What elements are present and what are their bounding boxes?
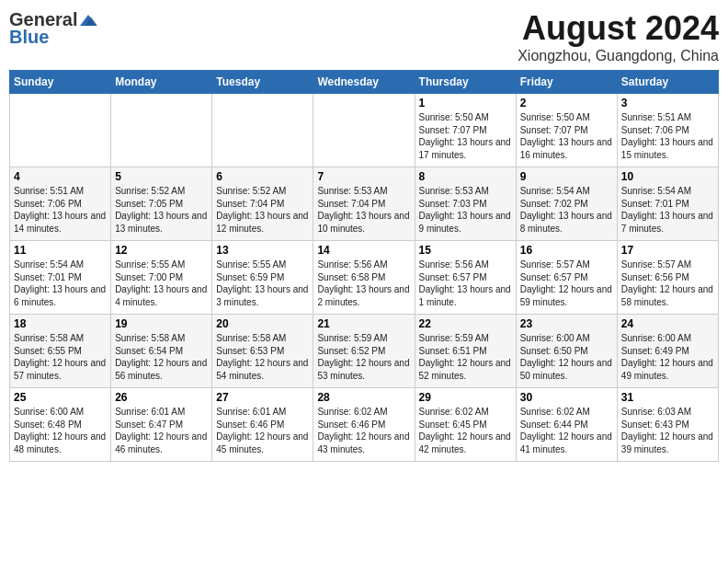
day-number: 6 bbox=[216, 170, 309, 183]
day-number: 13 bbox=[216, 244, 309, 257]
weekday-header-monday: Monday bbox=[111, 71, 212, 94]
week-row-1: 1Sunrise: 5:50 AM Sunset: 7:07 PM Daylig… bbox=[10, 94, 719, 167]
day-number: 11 bbox=[14, 244, 107, 257]
day-info: Sunrise: 6:00 AM Sunset: 6:49 PM Dayligh… bbox=[621, 332, 714, 382]
day-cell: 26Sunrise: 6:01 AM Sunset: 6:47 PM Dayli… bbox=[111, 388, 212, 462]
day-cell: 16Sunrise: 5:57 AM Sunset: 6:57 PM Dayli… bbox=[516, 241, 617, 315]
day-number: 31 bbox=[621, 391, 714, 404]
day-info: Sunrise: 5:57 AM Sunset: 6:56 PM Dayligh… bbox=[621, 259, 714, 308]
day-number: 22 bbox=[419, 317, 512, 330]
day-number: 1 bbox=[419, 97, 512, 109]
day-number: 20 bbox=[216, 317, 309, 330]
day-number: 29 bbox=[419, 391, 512, 404]
day-cell: 11Sunrise: 5:54 AM Sunset: 7:01 PM Dayli… bbox=[10, 241, 111, 315]
day-cell: 31Sunrise: 6:03 AM Sunset: 6:43 PM Dayli… bbox=[617, 388, 718, 462]
day-number: 21 bbox=[317, 317, 410, 330]
day-cell: 12Sunrise: 5:55 AM Sunset: 7:00 PM Dayli… bbox=[111, 241, 212, 315]
day-number: 8 bbox=[419, 170, 512, 183]
day-info: Sunrise: 5:59 AM Sunset: 6:51 PM Dayligh… bbox=[419, 332, 512, 382]
day-number: 7 bbox=[317, 170, 410, 183]
day-cell: 9Sunrise: 5:54 AM Sunset: 7:02 PM Daylig… bbox=[516, 167, 617, 241]
page-header: General Blue August 2024 Xiongzhou, Guan… bbox=[9, 9, 719, 64]
weekday-header-saturday: Saturday bbox=[617, 71, 718, 94]
day-info: Sunrise: 6:00 AM Sunset: 6:48 PM Dayligh… bbox=[14, 406, 107, 455]
day-cell bbox=[212, 94, 313, 167]
day-number: 16 bbox=[520, 244, 613, 257]
day-info: Sunrise: 5:53 AM Sunset: 7:04 PM Dayligh… bbox=[317, 185, 410, 235]
day-number: 15 bbox=[419, 244, 512, 257]
day-number: 19 bbox=[115, 317, 208, 330]
week-row-4: 18Sunrise: 5:58 AM Sunset: 6:55 PM Dayli… bbox=[10, 315, 719, 388]
day-cell bbox=[111, 94, 212, 167]
day-info: Sunrise: 5:59 AM Sunset: 6:52 PM Dayligh… bbox=[317, 332, 410, 382]
day-cell: 25Sunrise: 6:00 AM Sunset: 6:48 PM Dayli… bbox=[10, 388, 111, 462]
day-number: 14 bbox=[317, 244, 410, 257]
day-cell: 2Sunrise: 5:50 AM Sunset: 7:07 PM Daylig… bbox=[516, 94, 617, 167]
day-info: Sunrise: 5:54 AM Sunset: 7:02 PM Dayligh… bbox=[520, 185, 613, 235]
day-info: Sunrise: 6:02 AM Sunset: 6:45 PM Dayligh… bbox=[419, 406, 512, 455]
day-cell: 18Sunrise: 5:58 AM Sunset: 6:55 PM Dayli… bbox=[10, 315, 111, 388]
day-info: Sunrise: 5:58 AM Sunset: 6:53 PM Dayligh… bbox=[216, 332, 309, 382]
day-number: 2 bbox=[520, 97, 613, 109]
weekday-header-thursday: Thursday bbox=[415, 71, 516, 94]
day-info: Sunrise: 5:55 AM Sunset: 7:00 PM Dayligh… bbox=[115, 259, 208, 308]
day-number: 27 bbox=[216, 391, 309, 404]
day-info: Sunrise: 6:00 AM Sunset: 6:50 PM Dayligh… bbox=[520, 332, 613, 382]
day-cell: 7Sunrise: 5:53 AM Sunset: 7:04 PM Daylig… bbox=[313, 167, 415, 241]
day-info: Sunrise: 5:56 AM Sunset: 6:57 PM Dayligh… bbox=[419, 259, 512, 308]
main-title: August 2024 bbox=[518, 9, 719, 48]
day-number: 10 bbox=[621, 170, 714, 183]
day-info: Sunrise: 5:54 AM Sunset: 7:01 PM Dayligh… bbox=[621, 185, 714, 235]
day-cell: 10Sunrise: 5:54 AM Sunset: 7:01 PM Dayli… bbox=[617, 167, 718, 241]
logo-icon bbox=[78, 13, 98, 28]
day-info: Sunrise: 5:51 AM Sunset: 7:06 PM Dayligh… bbox=[621, 111, 714, 161]
day-number: 24 bbox=[621, 317, 714, 330]
day-cell: 30Sunrise: 6:02 AM Sunset: 6:44 PM Dayli… bbox=[516, 388, 617, 462]
logo: General Blue bbox=[9, 9, 99, 48]
day-cell: 14Sunrise: 5:56 AM Sunset: 6:58 PM Dayli… bbox=[313, 241, 415, 315]
day-number: 23 bbox=[520, 317, 613, 330]
day-number: 3 bbox=[621, 97, 714, 109]
day-info: Sunrise: 5:51 AM Sunset: 7:06 PM Dayligh… bbox=[14, 185, 107, 235]
day-cell: 19Sunrise: 5:58 AM Sunset: 6:54 PM Dayli… bbox=[111, 315, 212, 388]
day-cell: 20Sunrise: 5:58 AM Sunset: 6:53 PM Dayli… bbox=[212, 315, 313, 388]
day-cell: 4Sunrise: 5:51 AM Sunset: 7:06 PM Daylig… bbox=[10, 167, 111, 241]
subtitle: Xiongzhou, Guangdong, China bbox=[518, 48, 719, 64]
weekday-header-sunday: Sunday bbox=[10, 71, 111, 94]
day-number: 26 bbox=[115, 391, 208, 404]
day-info: Sunrise: 5:58 AM Sunset: 6:54 PM Dayligh… bbox=[115, 332, 208, 382]
weekday-header-row: SundayMondayTuesdayWednesdayThursdayFrid… bbox=[10, 71, 719, 94]
day-info: Sunrise: 5:50 AM Sunset: 7:07 PM Dayligh… bbox=[520, 111, 613, 161]
day-cell: 24Sunrise: 6:00 AM Sunset: 6:49 PM Dayli… bbox=[617, 315, 718, 388]
day-number: 4 bbox=[14, 170, 107, 183]
day-info: Sunrise: 5:55 AM Sunset: 6:59 PM Dayligh… bbox=[216, 259, 309, 308]
day-info: Sunrise: 5:53 AM Sunset: 7:03 PM Dayligh… bbox=[419, 185, 512, 235]
day-cell: 13Sunrise: 5:55 AM Sunset: 6:59 PM Dayli… bbox=[212, 241, 313, 315]
day-cell: 8Sunrise: 5:53 AM Sunset: 7:03 PM Daylig… bbox=[415, 167, 516, 241]
day-cell bbox=[10, 94, 111, 167]
weekday-header-friday: Friday bbox=[516, 71, 617, 94]
day-number: 5 bbox=[115, 170, 208, 183]
day-cell: 5Sunrise: 5:52 AM Sunset: 7:05 PM Daylig… bbox=[111, 167, 212, 241]
day-number: 25 bbox=[14, 391, 107, 404]
weekday-header-tuesday: Tuesday bbox=[212, 71, 313, 94]
day-cell: 23Sunrise: 6:00 AM Sunset: 6:50 PM Dayli… bbox=[516, 315, 617, 388]
week-row-3: 11Sunrise: 5:54 AM Sunset: 7:01 PM Dayli… bbox=[10, 241, 719, 315]
day-cell: 21Sunrise: 5:59 AM Sunset: 6:52 PM Dayli… bbox=[313, 315, 415, 388]
day-info: Sunrise: 5:58 AM Sunset: 6:55 PM Dayligh… bbox=[14, 332, 107, 382]
day-cell: 29Sunrise: 6:02 AM Sunset: 6:45 PM Dayli… bbox=[415, 388, 516, 462]
day-info: Sunrise: 6:03 AM Sunset: 6:43 PM Dayligh… bbox=[621, 406, 714, 455]
logo-blue: Blue bbox=[9, 27, 49, 48]
day-cell: 28Sunrise: 6:02 AM Sunset: 6:46 PM Dayli… bbox=[313, 388, 415, 462]
day-cell bbox=[313, 94, 415, 167]
day-info: Sunrise: 5:52 AM Sunset: 7:05 PM Dayligh… bbox=[115, 185, 208, 235]
day-info: Sunrise: 6:01 AM Sunset: 6:47 PM Dayligh… bbox=[115, 406, 208, 455]
day-cell: 17Sunrise: 5:57 AM Sunset: 6:56 PM Dayli… bbox=[617, 241, 718, 315]
day-cell: 6Sunrise: 5:52 AM Sunset: 7:04 PM Daylig… bbox=[212, 167, 313, 241]
day-cell: 27Sunrise: 6:01 AM Sunset: 6:46 PM Dayli… bbox=[212, 388, 313, 462]
week-row-2: 4Sunrise: 5:51 AM Sunset: 7:06 PM Daylig… bbox=[10, 167, 719, 241]
week-row-5: 25Sunrise: 6:00 AM Sunset: 6:48 PM Dayli… bbox=[10, 388, 719, 462]
day-info: Sunrise: 6:02 AM Sunset: 6:44 PM Dayligh… bbox=[520, 406, 613, 455]
day-info: Sunrise: 6:01 AM Sunset: 6:46 PM Dayligh… bbox=[216, 406, 309, 455]
day-info: Sunrise: 6:02 AM Sunset: 6:46 PM Dayligh… bbox=[317, 406, 410, 455]
